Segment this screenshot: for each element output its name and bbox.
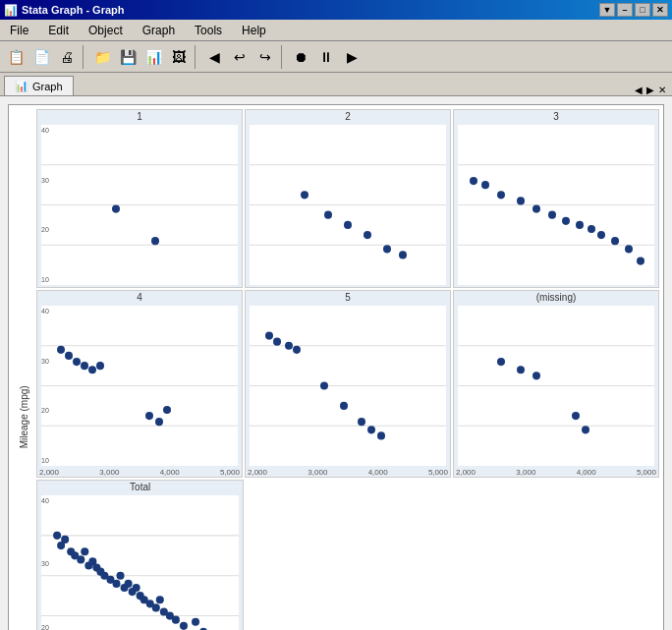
menu-help[interactable]: Help xyxy=(236,22,272,39)
panel-5: 5 xyxy=(245,290,451,478)
panel-missing: (missing) xyxy=(453,290,659,478)
tool-save[interactable]: 💾 xyxy=(116,45,140,69)
svg-point-50 xyxy=(340,402,348,410)
svg-point-84 xyxy=(133,584,140,592)
panel-total-title: Total xyxy=(37,481,243,493)
graph-area: Mileage (mpg) 1 xyxy=(8,104,664,630)
title-bar-left: 📊 Stata Graph - Graph xyxy=(4,4,125,17)
svg-point-27 xyxy=(611,237,619,245)
svg-point-57 xyxy=(497,358,505,366)
minimize-btn[interactable]: – xyxy=(617,3,633,17)
tool-record[interactable]: ⏺ xyxy=(289,45,312,69)
svg-point-38 xyxy=(96,362,104,370)
svg-point-47 xyxy=(285,342,293,350)
svg-point-19 xyxy=(497,191,505,199)
svg-point-40 xyxy=(155,418,163,426)
panel-3-plot xyxy=(458,125,654,285)
panel-1: 1 xyxy=(36,109,243,288)
menu-tools[interactable]: Tools xyxy=(189,22,228,39)
svg-point-41 xyxy=(163,406,171,414)
tool-copy[interactable]: 📁 xyxy=(90,45,114,69)
svg-point-59 xyxy=(532,372,540,379)
svg-point-39 xyxy=(145,412,153,420)
panel-3: 3 xyxy=(453,109,659,288)
panel-total: Total xyxy=(36,480,244,630)
svg-point-49 xyxy=(320,381,328,389)
tab-close-icon[interactable]: ✕ xyxy=(656,85,668,95)
svg-point-28 xyxy=(625,245,633,253)
restore-btn[interactable]: ▼ xyxy=(599,3,615,17)
panel-3-title: 3 xyxy=(454,110,658,123)
svg-point-45 xyxy=(265,331,273,339)
svg-point-34 xyxy=(65,352,73,360)
panel-1-title: 1 xyxy=(37,110,242,123)
svg-point-18 xyxy=(481,181,489,189)
menu-object[interactable]: Object xyxy=(83,22,129,39)
svg-point-52 xyxy=(367,426,375,433)
panel-total-plot: 10203040 xyxy=(41,495,239,630)
svg-point-93 xyxy=(180,622,188,630)
title-bar-controls[interactable]: ▼ – □ ✕ xyxy=(599,3,668,17)
tool-graph[interactable]: 📊 xyxy=(141,45,165,69)
y-axis-label: Mileage (mpg) xyxy=(13,109,34,630)
title-bar: 📊 Stata Graph - Graph ▼ – □ ✕ xyxy=(0,0,672,20)
app-icon: 📊 xyxy=(4,4,18,17)
tab-bar: 📊 Graph ◀ ▶ ✕ xyxy=(0,73,672,96)
tab-next-icon[interactable]: ▶ xyxy=(644,85,656,95)
svg-point-22 xyxy=(548,211,556,219)
svg-point-21 xyxy=(532,205,540,213)
panel-4-plot: 10203040 xyxy=(41,306,238,466)
svg-point-89 xyxy=(156,596,164,603)
svg-point-53 xyxy=(377,431,385,439)
tab-nav[interactable]: ◀ ▶ ✕ xyxy=(633,85,672,95)
panel-missing-title: (missing) xyxy=(454,291,658,304)
panel-2-plot xyxy=(250,125,446,285)
svg-point-9 xyxy=(324,211,332,219)
svg-point-79 xyxy=(112,580,120,588)
maximize-btn[interactable]: □ xyxy=(635,3,650,17)
toolbar: 📋 📄 🖨 📁 💾 📊 🖼 ◀ ↩ ↪ ⏺ ⏸ ▶ xyxy=(0,41,672,73)
tool-redo[interactable]: ↪ xyxy=(253,45,277,69)
svg-point-29 xyxy=(637,257,644,264)
tab-label: Graph xyxy=(32,81,63,92)
tab-prev-icon[interactable]: ◀ xyxy=(633,85,644,95)
tool-undo[interactable]: ↩ xyxy=(228,45,252,69)
svg-point-4 xyxy=(151,237,159,245)
tool-play[interactable]: ▶ xyxy=(340,45,364,69)
tab-icon: 📊 xyxy=(15,80,28,92)
svg-point-36 xyxy=(81,362,88,370)
svg-point-20 xyxy=(517,197,525,204)
toolbar-sep-2 xyxy=(195,45,198,69)
svg-point-51 xyxy=(358,418,365,426)
tool-print[interactable]: 🖨 xyxy=(55,45,79,69)
svg-point-37 xyxy=(88,366,96,373)
svg-point-94 xyxy=(192,618,199,626)
svg-point-80 xyxy=(117,572,125,580)
panel-4-xticks: 2,0003,0004,0005,000 xyxy=(37,468,242,477)
svg-point-23 xyxy=(562,217,570,225)
menu-edit[interactable]: Edit xyxy=(42,22,75,39)
svg-point-82 xyxy=(125,580,133,588)
panels-row-3: Total xyxy=(36,480,659,630)
svg-point-25 xyxy=(588,225,595,233)
tool-open[interactable]: 📄 xyxy=(29,45,53,69)
tool-new[interactable]: 📋 xyxy=(4,45,28,69)
tool-pause[interactable]: ⏸ xyxy=(314,45,338,69)
tab-graph[interactable]: 📊 Graph xyxy=(4,76,74,95)
svg-point-48 xyxy=(293,346,301,354)
tool-back[interactable]: ◀ xyxy=(202,45,226,69)
panels-row-1: 1 xyxy=(36,109,659,288)
svg-point-72 xyxy=(81,547,88,555)
svg-point-12 xyxy=(383,245,391,253)
menu-file[interactable]: File xyxy=(4,22,34,39)
svg-point-17 xyxy=(470,177,477,185)
panel-2-title: 2 xyxy=(246,110,450,123)
menu-graph[interactable]: Graph xyxy=(137,22,181,39)
window-title: Stata Graph - Graph xyxy=(22,4,125,16)
panel-2: 2 xyxy=(245,109,451,288)
tool-image[interactable]: 🖼 xyxy=(167,45,191,69)
svg-point-8 xyxy=(301,191,308,199)
svg-point-24 xyxy=(576,221,584,229)
panel-4-title: 4 xyxy=(37,291,242,304)
close-btn[interactable]: ✕ xyxy=(652,3,668,17)
